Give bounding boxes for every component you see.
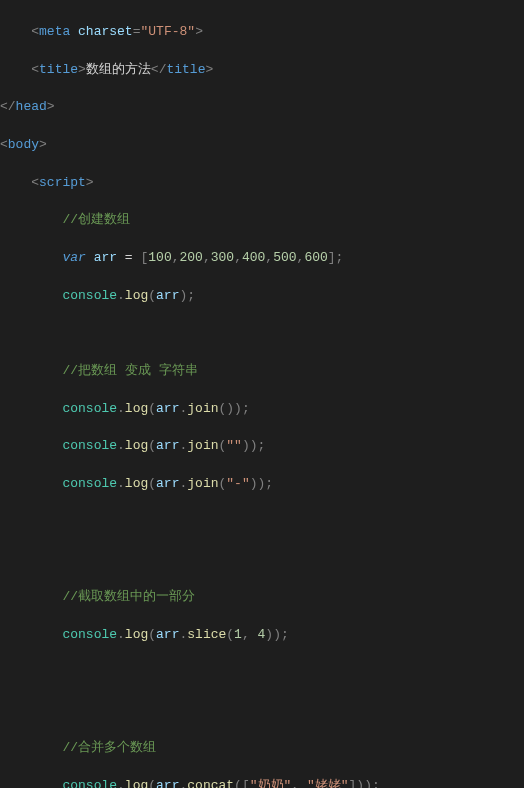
code-line xyxy=(0,664,524,683)
code-line: //把数组 变成 字符串 xyxy=(0,362,524,381)
code-line: <title>数组的方法</title> xyxy=(0,61,524,80)
code-line xyxy=(0,550,524,569)
code-line: console.log(arr); xyxy=(0,287,524,306)
code-line xyxy=(0,701,524,720)
code-line: console.log(arr.concat(["奶奶", "姥姥"])); xyxy=(0,777,524,788)
code-line: console.log(arr.join("")); xyxy=(0,437,524,456)
code-line: //截取数组中的一部分 xyxy=(0,588,524,607)
code-line: </head> xyxy=(0,98,524,117)
code-line: var arr = [100,200,300,400,500,600]; xyxy=(0,249,524,268)
code-line: //合并多个数组 xyxy=(0,739,524,758)
code-line: //创建数组 xyxy=(0,211,524,230)
code-line: <script> xyxy=(0,174,524,193)
code-editor: <meta charset="UTF-8"> <title>数组的方法</tit… xyxy=(0,0,524,788)
code-line: console.log(arr.slice(1, 4)); xyxy=(0,626,524,645)
code-line: <meta charset="UTF-8"> xyxy=(0,23,524,42)
code-line xyxy=(0,324,524,343)
code-line: <body> xyxy=(0,136,524,155)
code-line xyxy=(0,513,524,532)
code-line: console.log(arr.join()); xyxy=(0,400,524,419)
code-line: console.log(arr.join("-")); xyxy=(0,475,524,494)
